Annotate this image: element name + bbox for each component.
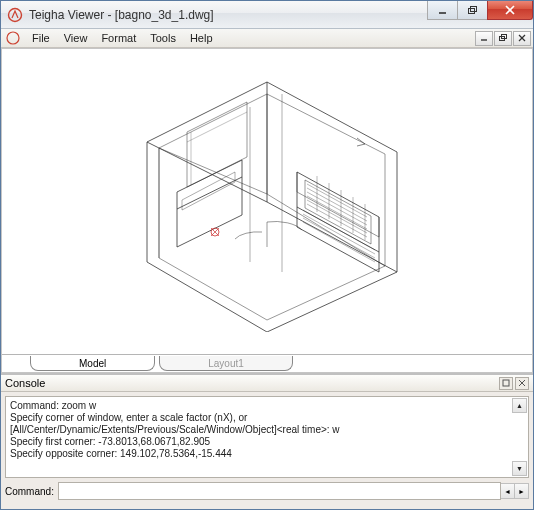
- menu-help[interactable]: Help: [183, 30, 220, 46]
- maximize-button[interactable]: [457, 1, 487, 20]
- 3d-viewport[interactable]: [2, 49, 532, 354]
- console-panel: Console Command: zoom w Specify corner o…: [1, 373, 533, 500]
- console-line: Specify first corner: -73.8013,68.0671,8…: [10, 436, 524, 448]
- window-controls: [427, 1, 533, 20]
- command-scroll-left-button[interactable]: ◄: [500, 483, 515, 499]
- mdi-close-button[interactable]: [513, 31, 531, 46]
- menu-view[interactable]: View: [57, 30, 95, 46]
- tab-model[interactable]: Model: [30, 356, 155, 371]
- app-icon: [7, 7, 23, 23]
- console-output[interactable]: Command: zoom w Specify corner of window…: [5, 396, 529, 478]
- svg-line-13: [307, 188, 367, 221]
- document-icon: [5, 30, 21, 46]
- svg-line-21: [303, 222, 375, 262]
- console-scroll-up-button[interactable]: ▲: [512, 398, 527, 413]
- console-title-text: Console: [5, 377, 45, 389]
- console-scroll-down-button[interactable]: ▼: [512, 461, 527, 476]
- console-line: [All/Center/Dynamic/Extents/Previous/Sca…: [10, 424, 524, 436]
- mdi-restore-button[interactable]: [494, 31, 512, 46]
- svg-rect-35: [503, 380, 509, 386]
- svg-point-6: [7, 32, 19, 44]
- console-undock-button[interactable]: [499, 377, 513, 390]
- drawing-area: Model Layout1: [1, 48, 533, 373]
- layout-tabstrip: Model Layout1: [2, 354, 532, 372]
- window-titlebar: Teigha Viewer - [bagno_3d_1.dwg]: [1, 1, 533, 29]
- tab-layout1[interactable]: Layout1: [159, 356, 293, 371]
- console-line: Command: zoom w: [10, 400, 524, 412]
- svg-line-20: [303, 218, 375, 258]
- svg-line-12: [307, 184, 367, 217]
- console-titlebar: Console: [1, 375, 533, 392]
- command-input[interactable]: [58, 482, 501, 500]
- minimize-button[interactable]: [427, 1, 457, 20]
- command-scroll-right-button[interactable]: ►: [514, 483, 529, 499]
- command-label: Command:: [5, 486, 58, 497]
- menu-format[interactable]: Format: [94, 30, 143, 46]
- close-button[interactable]: [487, 1, 533, 20]
- console-line: Specify opposite corner: 149.102,78.5364…: [10, 448, 524, 460]
- menu-file[interactable]: File: [25, 30, 57, 46]
- 3d-wireframe-drawing: [107, 72, 427, 332]
- command-row: Command: ◄ ►: [5, 482, 529, 500]
- svg-line-14: [307, 192, 367, 225]
- console-line: Specify corner of window, enter a scale …: [10, 412, 524, 424]
- menu-tools[interactable]: Tools: [143, 30, 183, 46]
- console-close-button[interactable]: [515, 377, 529, 390]
- svg-line-27: [187, 112, 247, 142]
- menubar: File View Format Tools Help: [1, 29, 533, 48]
- mdi-controls: [474, 31, 531, 46]
- svg-line-19: [303, 214, 375, 254]
- mdi-minimize-button[interactable]: [475, 31, 493, 46]
- svg-line-18: [303, 210, 375, 250]
